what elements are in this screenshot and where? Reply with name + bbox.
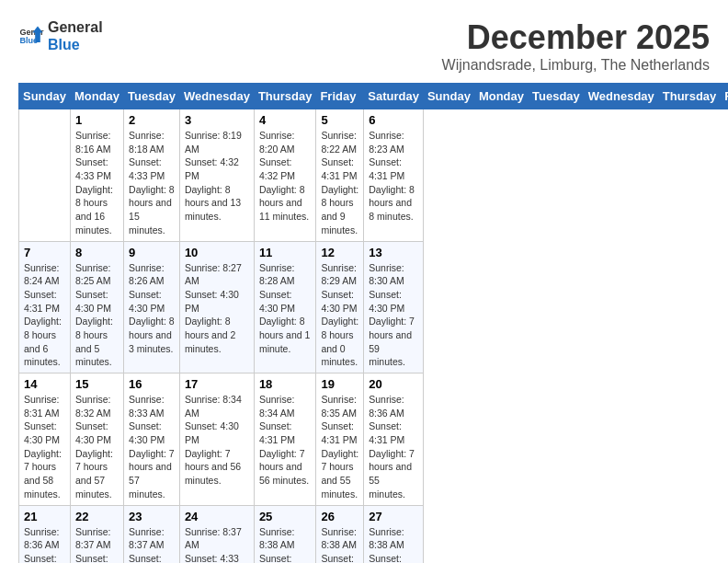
day-info: Sunrise: 8:20 AMSunset: 4:32 PMDaylight:… [259, 129, 312, 224]
day-number: 16 [129, 377, 175, 391]
calendar-cell: 24Sunrise: 8:37 AMSunset: 4:33 PMDayligh… [179, 505, 254, 563]
day-info: Sunrise: 8:36 AMSunset: 4:32 PMDaylight:… [24, 525, 65, 564]
calendar-cell: 22Sunrise: 8:37 AMSunset: 4:32 PMDayligh… [70, 505, 123, 563]
calendar-cell: 16Sunrise: 8:33 AMSunset: 4:30 PMDayligh… [124, 373, 180, 506]
page-header: General Blue General Blue December 2025 … [18, 18, 710, 74]
calendar-cell: 23Sunrise: 8:37 AMSunset: 4:33 PMDayligh… [124, 505, 180, 563]
calendar-cell: 17Sunrise: 8:34 AMSunset: 4:30 PMDayligh… [179, 373, 254, 506]
calendar-cell: 15Sunrise: 8:32 AMSunset: 4:30 PMDayligh… [70, 373, 123, 506]
day-info: Sunrise: 8:36 AMSunset: 4:31 PMDaylight:… [369, 393, 418, 501]
day-number: 1 [75, 113, 119, 127]
calendar-cell: 27Sunrise: 8:38 AMSunset: 4:35 PMDayligh… [364, 505, 424, 563]
calendar-cell: 10Sunrise: 8:27 AMSunset: 4:30 PMDayligh… [179, 241, 254, 373]
calendar-cell: 12Sunrise: 8:29 AMSunset: 4:30 PMDayligh… [316, 241, 364, 373]
day-number: 23 [129, 510, 175, 523]
day-number: 19 [321, 377, 358, 391]
location-title: Wijnandsrade, Limburg, The Netherlands [442, 57, 710, 74]
calendar-cell: 1Sunrise: 8:16 AMSunset: 4:33 PMDaylight… [70, 109, 123, 242]
day-number: 17 [185, 377, 249, 391]
col-header-sunday: Sunday [423, 84, 474, 109]
header-tuesday: Tuesday [124, 84, 180, 109]
day-number: 5 [321, 113, 358, 127]
day-info: Sunrise: 8:35 AMSunset: 4:31 PMDaylight:… [321, 393, 358, 501]
day-number: 22 [75, 510, 119, 523]
day-info: Sunrise: 8:34 AMSunset: 4:30 PMDaylight:… [185, 393, 249, 488]
calendar-cell: 9Sunrise: 8:26 AMSunset: 4:30 PMDaylight… [124, 241, 180, 373]
day-info: Sunrise: 8:29 AMSunset: 4:30 PMDaylight:… [321, 261, 358, 370]
month-title: December 2025 [442, 18, 710, 57]
logo-icon: General Blue [18, 23, 44, 49]
calendar-cell: 11Sunrise: 8:28 AMSunset: 4:30 PMDayligh… [254, 241, 316, 373]
header-saturday: Saturday [364, 84, 424, 109]
logo-text-blue: Blue [48, 36, 103, 53]
day-info: Sunrise: 8:34 AMSunset: 4:31 PMDaylight:… [259, 393, 312, 488]
calendar-week-row: 21Sunrise: 8:36 AMSunset: 4:32 PMDayligh… [19, 505, 729, 563]
calendar-cell: 19Sunrise: 8:35 AMSunset: 4:31 PMDayligh… [316, 373, 364, 506]
day-number: 13 [369, 246, 418, 259]
day-info: Sunrise: 8:19 AMSunset: 4:32 PMDaylight:… [185, 129, 249, 224]
col-header-thursday: Thursday [658, 84, 721, 109]
day-info: Sunrise: 8:27 AMSunset: 4:30 PMDaylight:… [185, 261, 249, 356]
calendar-header-row: SundayMondayTuesdayWednesdayThursdayFrid… [19, 84, 729, 109]
svg-text:Blue: Blue [19, 37, 38, 46]
logo-text-general: General [48, 18, 103, 36]
header-sunday: Sunday [19, 84, 71, 109]
calendar-cell: 2Sunrise: 8:18 AMSunset: 4:33 PMDaylight… [124, 109, 180, 242]
day-number: 2 [129, 113, 175, 127]
day-number: 26 [321, 510, 358, 523]
calendar-week-row: 14Sunrise: 8:31 AMSunset: 4:30 PMDayligh… [19, 373, 729, 506]
day-info: Sunrise: 8:31 AMSunset: 4:30 PMDaylight:… [24, 393, 65, 501]
day-number: 10 [185, 246, 249, 259]
day-info: Sunrise: 8:26 AMSunset: 4:30 PMDaylight:… [129, 261, 175, 356]
day-info: Sunrise: 8:30 AMSunset: 4:30 PMDaylight:… [369, 261, 418, 370]
header-friday: Friday [316, 84, 364, 109]
calendar-cell: 7Sunrise: 8:24 AMSunset: 4:31 PMDaylight… [19, 241, 71, 373]
day-info: Sunrise: 8:28 AMSunset: 4:30 PMDaylight:… [259, 261, 312, 356]
calendar-cell: 5Sunrise: 8:22 AMSunset: 4:31 PMDaylight… [316, 109, 364, 242]
col-header-tuesday: Tuesday [529, 84, 585, 109]
header-thursday: Thursday [254, 84, 316, 109]
day-info: Sunrise: 8:18 AMSunset: 4:33 PMDaylight:… [129, 129, 175, 237]
col-header-monday: Monday [474, 84, 528, 109]
day-number: 25 [259, 510, 312, 523]
day-info: Sunrise: 8:22 AMSunset: 4:31 PMDaylight:… [321, 129, 358, 237]
day-number: 4 [259, 113, 312, 127]
day-number: 7 [24, 246, 65, 259]
calendar-cell: 13Sunrise: 8:30 AMSunset: 4:30 PMDayligh… [364, 241, 424, 373]
title-area: December 2025 Wijnandsrade, Limburg, The… [442, 18, 710, 74]
day-number: 15 [75, 377, 119, 391]
day-info: Sunrise: 8:32 AMSunset: 4:30 PMDaylight:… [75, 393, 119, 501]
calendar-cell: 26Sunrise: 8:38 AMSunset: 4:35 PMDayligh… [316, 505, 364, 563]
day-info: Sunrise: 8:38 AMSunset: 4:35 PMDaylight:… [369, 525, 418, 564]
day-number: 11 [259, 246, 312, 259]
day-info: Sunrise: 8:25 AMSunset: 4:30 PMDaylight:… [75, 261, 119, 370]
calendar-cell: 3Sunrise: 8:19 AMSunset: 4:32 PMDaylight… [179, 109, 254, 242]
logo: General Blue General Blue [18, 18, 103, 53]
calendar-cell [19, 109, 71, 242]
day-number: 3 [185, 113, 249, 127]
day-number: 24 [185, 510, 249, 523]
header-monday: Monday [70, 84, 123, 109]
day-number: 12 [321, 246, 358, 259]
day-info: Sunrise: 8:24 AMSunset: 4:31 PMDaylight:… [24, 261, 65, 370]
day-number: 18 [259, 377, 312, 391]
col-header-friday: Friday [721, 84, 728, 109]
day-number: 14 [24, 377, 65, 391]
day-info: Sunrise: 8:33 AMSunset: 4:30 PMDaylight:… [129, 393, 175, 501]
day-info: Sunrise: 8:38 AMSunset: 4:34 PMDaylight:… [259, 525, 312, 564]
calendar-cell: 21Sunrise: 8:36 AMSunset: 4:32 PMDayligh… [19, 505, 71, 563]
day-number: 21 [24, 510, 65, 523]
day-number: 20 [369, 377, 418, 391]
day-number: 9 [129, 246, 175, 259]
calendar-cell: 20Sunrise: 8:36 AMSunset: 4:31 PMDayligh… [364, 373, 424, 506]
calendar-table: SundayMondayTuesdayWednesdayThursdayFrid… [18, 83, 728, 563]
day-info: Sunrise: 8:16 AMSunset: 4:33 PMDaylight:… [75, 129, 119, 237]
day-info: Sunrise: 8:37 AMSunset: 4:32 PMDaylight:… [75, 525, 119, 564]
day-info: Sunrise: 8:37 AMSunset: 4:33 PMDaylight:… [129, 525, 175, 564]
calendar-cell: 25Sunrise: 8:38 AMSunset: 4:34 PMDayligh… [254, 505, 316, 563]
calendar-cell: 4Sunrise: 8:20 AMSunset: 4:32 PMDaylight… [254, 109, 316, 242]
calendar-cell: 8Sunrise: 8:25 AMSunset: 4:30 PMDaylight… [70, 241, 123, 373]
calendar-cell: 14Sunrise: 8:31 AMSunset: 4:30 PMDayligh… [19, 373, 71, 506]
day-info: Sunrise: 8:23 AMSunset: 4:31 PMDaylight:… [369, 129, 418, 224]
day-info: Sunrise: 8:37 AMSunset: 4:33 PMDaylight:… [185, 525, 249, 564]
